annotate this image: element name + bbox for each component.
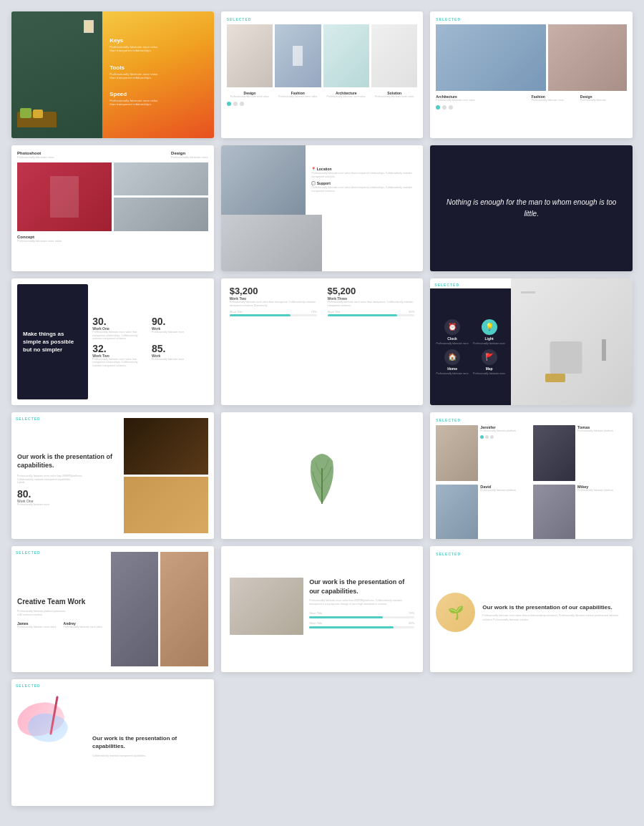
img-fashion — [275, 24, 321, 87]
slide-3: SELECTED Architecture Professionally fab… — [430, 11, 633, 138]
stat-80: 80. Work One Professionally fabricate mo… — [17, 489, 119, 506]
caption-design-3: Design Professionally fabricate — [580, 94, 627, 102]
selected-label-12: SELECTED — [436, 418, 627, 422]
img-tomas — [533, 425, 575, 481]
caption-photoshoot: Photoshoot Professionally fabricate more — [17, 151, 54, 159]
img-arch — [323, 24, 369, 87]
member-andrey-caption: Andrey Professionally fabricate more val… — [64, 621, 107, 628]
selected-label: SELECTED — [227, 17, 418, 21]
slide-6: Nothing is enough for the man to whom en… — [430, 145, 633, 272]
member-jennifer: Jennifer Professionally fabricate platfo… — [436, 425, 530, 481]
slide-8: $3,200 Work Two Professionally fabricate… — [221, 278, 424, 405]
slide-13: SELECTED Creative Team Work Professional… — [11, 546, 214, 673]
icon-light: 💡 Light Professionally fabricate more — [473, 319, 506, 345]
caption-fashion: Fashion Professionally fabricate more va… — [275, 91, 321, 98]
quote-text: Nothing is enough for the man to whom en… — [441, 197, 622, 220]
slide-4: Photoshoot Professionally fabricate more… — [11, 145, 214, 272]
desc-16: Collaboratively maintain transparent cap… — [92, 754, 208, 758]
service-support: 💬 Support Professionally fabricate more … — [311, 181, 417, 193]
img-mikey — [533, 485, 575, 538]
caption-concept: Concept Professionally fabricate more va… — [17, 235, 208, 243]
dot-3-1 — [436, 105, 440, 110]
img-lamp — [227, 24, 273, 87]
img-andrey — [160, 552, 208, 667]
plant-circle: 🌱 — [436, 593, 475, 632]
menu-item-speed: Speed Professionally fabricate more valu… — [109, 91, 206, 106]
slide-14: Our work is the presentation of our capa… — [221, 546, 424, 673]
brush-graphic — [17, 692, 88, 800]
room-image — [511, 278, 633, 405]
slide-10: SELECTED Our work is the presentation of… — [11, 412, 214, 539]
service-location: 📍 Location Professionally fabricate more… — [311, 167, 417, 178]
slide-1: Keys Professionally fabricate more value… — [11, 11, 214, 138]
member-david: David Professionally fabricate platform — [436, 485, 530, 538]
menu-item-keys: Keys Professionally fabricate more value… — [109, 37, 206, 52]
price-5200: $5,200 Work Three Professionally fabrica… — [328, 286, 415, 316]
stat-32: 32. Work Two Professionally fabricate mo… — [92, 344, 149, 368]
icon-map: 🚩 Map Professionally fabricate more — [473, 349, 506, 375]
right-images-10 — [124, 418, 208, 533]
team-images — [111, 552, 208, 667]
dot-3-3 — [449, 105, 453, 110]
img-grey-arch — [114, 162, 208, 196]
slide-15: SELECTED 🌱 Our work is the presentation … — [430, 546, 633, 673]
price-3200: $3,200 Work Two Professionally fabricate… — [230, 286, 317, 316]
stat-30: 30. Work One Professionally fabricate mo… — [92, 316, 149, 341]
member-james-caption: James Professionally fabricate more valu… — [17, 621, 61, 628]
menu-item-tools: Tools Professionally fabricate more valu… — [109, 64, 206, 79]
caption-solution: Solution Professionally fabricate more v… — [371, 91, 417, 98]
img-chair — [371, 24, 417, 87]
img-warm — [124, 477, 208, 533]
caption-design-4: Design Professionally fabricate more — [171, 151, 208, 159]
leaf-graphic — [297, 439, 347, 511]
desc-10: Professionally fabricate more value than… — [17, 475, 119, 485]
img-grey-2 — [114, 198, 208, 231]
caption-architecture-3: Architecture Professionally fabricate mo… — [436, 94, 529, 102]
main-text-15: Our work is the presentation of our capa… — [482, 603, 627, 611]
img-david — [436, 485, 478, 538]
team-title: Creative Team Work — [17, 597, 107, 606]
main-text-10: Our work is the presentation of capabili… — [17, 453, 119, 470]
selected-label-9: SELECTED — [434, 283, 459, 287]
main-text-16: Our work is the presentation of capabili… — [92, 734, 208, 750]
selected-label-10: SELECTED — [16, 417, 41, 421]
slide-11 — [221, 412, 424, 539]
desc-14: Professionally fabricate more value than… — [309, 599, 414, 607]
selected-label-16: SELECTED — [16, 684, 41, 688]
slide-9: SELECTED ⏰ Clock Professionally fabricat… — [430, 278, 633, 405]
portrait-img — [230, 578, 303, 635]
slide-2: SELECTED Design Professionally fabricate… — [221, 11, 424, 138]
dot-3-2 — [442, 105, 447, 110]
stat-90: 90. Work Professionally fabricate more — [152, 316, 208, 341]
selected-label-3: SELECTED — [436, 17, 627, 21]
dot-3 — [240, 102, 244, 106]
icon-clock: ⏰ Clock Professionally fabricate more — [436, 319, 469, 345]
main-text-14: Our work is the presentation of our capa… — [309, 578, 414, 596]
selected-label-13: SELECTED — [16, 550, 41, 555]
dot-active — [227, 102, 231, 106]
icon-home: 🏠 Home Professionally fabricate more — [436, 349, 469, 375]
team-desc: Professionally fabricate platform posses… — [17, 610, 107, 617]
dark-quote: Make things as simple as possible but no… — [23, 330, 82, 354]
stat-85: 85. Work Professionally fabricate more — [152, 344, 208, 368]
selected-label-15: SELECTED — [436, 552, 627, 556]
slide-12: SELECTED Jennifer Professionally fabrica… — [430, 412, 633, 539]
member-tomas: Tomas Professionally fabricate platform — [533, 425, 627, 481]
caption-design: Design Professionally fabricate more val… — [227, 91, 273, 98]
img-james — [111, 552, 158, 667]
img-building — [436, 24, 546, 91]
arch-image — [221, 145, 306, 215]
caption-fashion-3: Fashion Professionally fabricate more — [532, 94, 578, 102]
dot-2 — [233, 102, 238, 106]
img-red-fashion — [17, 162, 112, 231]
slide-7: Make things as simple as possible but no… — [11, 278, 214, 405]
img-dark-fashion — [124, 418, 208, 475]
person-image — [221, 215, 322, 271]
slide-1-image — [11, 11, 102, 138]
desc-15: Professionally fabricate more value than… — [482, 614, 627, 622]
slide-5: 📍 Location Professionally fabricate more… — [221, 145, 424, 272]
img-woman — [548, 24, 627, 91]
slide-16: SELECTED Our work is the presentation of… — [11, 679, 214, 806]
member-mikey: Mikey Professionally fabricate platform — [533, 485, 627, 538]
img-jennifer — [436, 425, 478, 481]
